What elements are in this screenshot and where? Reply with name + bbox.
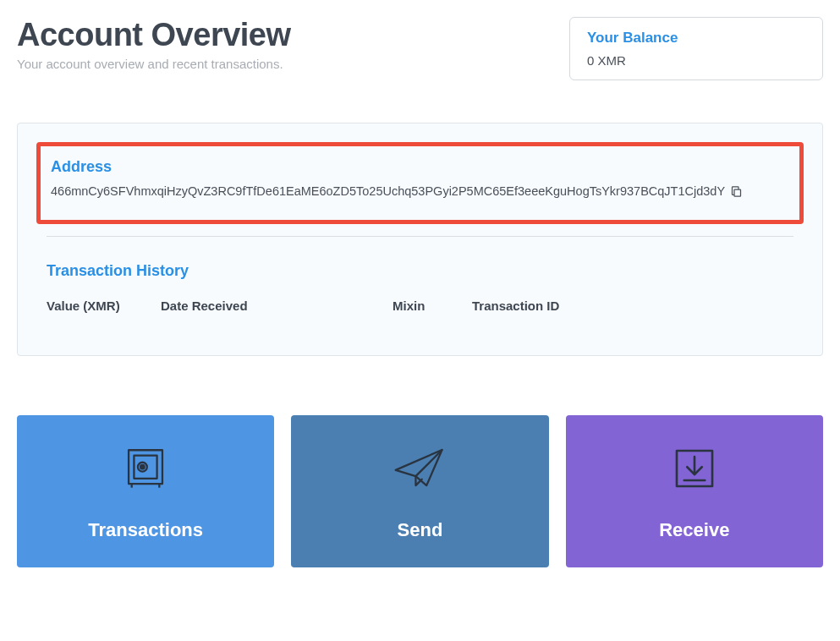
column-header-txid: Transaction ID [472,299,793,313]
svg-point-4 [140,465,145,469]
action-row: Transactions Send Receive [17,415,823,567]
address-value: 466mnCy6SFVhmxqiHzyQvZ3RC9fTfDe61EaME6oZ… [51,184,725,198]
balance-label: Your Balance [587,30,805,47]
page-subtitle: Your account overview and recent transac… [17,57,569,71]
send-card[interactable]: Send [291,415,548,567]
receive-card[interactable]: Receive [566,415,823,567]
balance-card: Your Balance 0 XMR [569,17,823,80]
copy-icon[interactable] [730,185,743,198]
page-title: Account Overview [17,17,569,53]
paper-plane-icon [393,441,447,496]
column-header-value: Value (XMR) [47,299,161,313]
table-header-row: Value (XMR) Date Received Mixin Transact… [47,299,793,313]
transactions-label: Transactions [88,519,203,541]
address-row: 466mnCy6SFVhmxqiHzyQvZ3RC9fTfDe61EaME6oZ… [51,184,789,198]
address-highlight-box: Address 466mnCy6SFVhmxqiHzyQvZ3RC9fTfDe6… [36,142,804,224]
column-header-mixin: Mixin [393,299,472,313]
safe-icon [121,441,170,496]
send-label: Send [398,519,443,541]
column-header-date: Date Received [161,299,393,313]
download-icon [671,441,718,496]
header-row: Account Overview Your account overview a… [17,17,823,80]
svg-rect-0 [734,189,741,196]
header-left: Account Overview Your account overview a… [17,17,569,71]
receive-label: Receive [659,519,729,541]
main-panel: Address 466mnCy6SFVhmxqiHzyQvZ3RC9fTfDe6… [17,123,823,356]
divider [47,236,793,237]
balance-value: 0 XMR [587,53,805,68]
transaction-history-section: Transaction History Value (XMR) Date Rec… [18,262,822,313]
transaction-history-label: Transaction History [47,262,793,280]
transactions-card[interactable]: Transactions [17,415,274,567]
address-label: Address [51,158,789,176]
